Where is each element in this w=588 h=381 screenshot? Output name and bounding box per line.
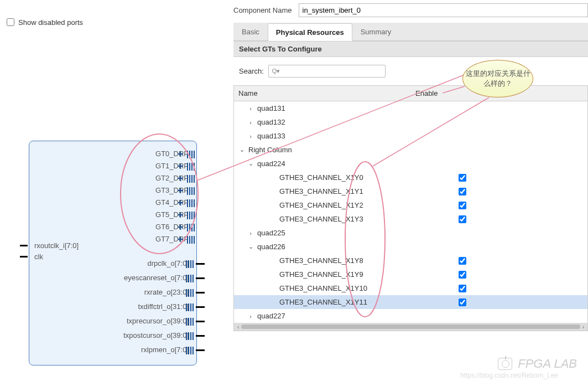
component-name-label: Component Name [233, 6, 292, 14]
port-eyescanreset_o70: eyescanreset_o[7:0] [124, 274, 189, 282]
diagram-pane: Show disabled ports rxoutclk_i[7:0]clk G… [0, 0, 221, 381]
bus-icon [186, 332, 195, 340]
port-stub [196, 335, 205, 337]
bus-icon [187, 187, 196, 195]
enable-checkbox[interactable] [459, 202, 466, 209]
enable-checkbox[interactable] [459, 257, 466, 265]
expand-icon[interactable]: + [178, 148, 184, 160]
table-row[interactable]: GTHE3_CHANNEL_X1Y3 [234, 212, 587, 226]
panel-title: Select GTs To Configure [233, 41, 588, 57]
show-disabled-ports-label: Show disabled ports [18, 18, 83, 27]
collapse-icon[interactable]: ⌄ [247, 160, 254, 167]
bus-icon [186, 289, 195, 297]
row-label: quad131 [257, 104, 285, 112]
table-row[interactable]: GTHE3_CHANNEL_X1Y10 [234, 281, 587, 295]
enable-checkbox[interactable] [459, 271, 466, 279]
bus-icon [187, 175, 196, 183]
row-label: GTHE3_CHANNEL_X1Y0 [279, 173, 363, 182]
port-txdiffctrl_o310: txdiffctrl_o[31:0] [138, 302, 189, 311]
expand-icon[interactable]: + [178, 197, 184, 209]
expand-icon[interactable]: › [247, 105, 254, 112]
row-label: GTHE3_CHANNEL_X1Y10 [279, 284, 367, 292]
port-GT3_DRP: GT3_DRP [155, 186, 189, 194]
table-row[interactable]: GTHE3_CHANNEL_X1Y2 [234, 198, 587, 212]
row-label: GTHE3_CHANNEL_X1Y8 [279, 256, 363, 265]
bus-icon [187, 199, 196, 207]
watermark-icon [498, 358, 512, 370]
table-row[interactable]: ›quad133 [234, 129, 587, 143]
expand-icon[interactable]: › [247, 230, 254, 236]
expand-icon[interactable]: + [178, 222, 184, 233]
port-stub [196, 292, 205, 294]
search-input[interactable] [282, 66, 382, 76]
table-row[interactable]: ›quad132 [234, 115, 587, 129]
table-row[interactable]: GTHE3_CHANNEL_X1Y1 [234, 184, 587, 198]
table-row[interactable]: ›quad227 [234, 309, 587, 323]
table-row[interactable]: GTHE3_CHANNEL_X1Y8 [234, 254, 587, 267]
port-GT6_DRP: GT6_DRP [155, 223, 189, 231]
port-stub [196, 349, 205, 351]
watermark: FPGA LAB [498, 357, 577, 371]
enable-checkbox[interactable] [459, 285, 466, 292]
expand-icon[interactable]: › [247, 133, 254, 140]
port-txpostcursor_o390: txpostcursor_o[39:0] [123, 331, 189, 339]
tab-basic[interactable]: Basic [233, 23, 268, 40]
url-watermark: https://blog.csdn.net/Reborn_Lee [460, 372, 558, 379]
expand-icon[interactable]: + [178, 161, 184, 172]
bus-icon [187, 236, 196, 244]
tabs: Basic Physical Resources Summary [233, 23, 588, 41]
row-label: quad224 [257, 159, 285, 168]
bus-icon [186, 275, 195, 282]
config-pane: Component Name Basic Physical Resources … [233, 0, 588, 381]
enable-checkbox[interactable] [459, 298, 466, 306]
enable-checkbox[interactable] [459, 188, 466, 195]
bus-icon [186, 347, 195, 354]
col-name[interactable]: Name [234, 86, 411, 101]
bus-icon [187, 224, 196, 231]
show-disabled-ports-checkbox[interactable] [7, 18, 14, 26]
expand-icon[interactable]: + [178, 209, 184, 221]
port-GT5_DRP: GT5_DRP [155, 210, 189, 219]
port-drpclk_o70: drpclk_o[7:0] [148, 259, 189, 267]
expand-icon[interactable]: + [178, 173, 184, 184]
port-clk: clk [34, 253, 43, 261]
row-label: GTHE3_CHANNEL_X1Y1 [279, 187, 363, 195]
port-rxoutclk_i70: rxoutclk_i[7:0] [34, 241, 79, 250]
expand-icon[interactable]: › [247, 313, 254, 320]
row-label: quad225 [257, 229, 285, 237]
table-row[interactable]: GTHE3_CHANNEL_X1Y9 [234, 267, 587, 281]
enable-checkbox[interactable] [459, 174, 466, 182]
row-label: quad132 [257, 118, 285, 126]
col-enable[interactable]: Enable [411, 86, 442, 101]
table-row[interactable]: ⌄quad226 [234, 240, 587, 254]
table-row[interactable]: GTHE3_CHANNEL_X1Y0 [234, 171, 587, 184]
expand-icon[interactable]: › [247, 119, 254, 126]
row-label: GTHE3_CHANNEL_X1Y3 [279, 215, 363, 223]
table-row[interactable]: ⌄Right Column [234, 143, 587, 157]
collapse-icon[interactable]: ⌄ [238, 146, 245, 153]
row-label: Right Column [248, 146, 292, 154]
enable-checkbox[interactable] [459, 215, 466, 223]
port-txprecursor_o390: txprecursor_o[39:0] [127, 317, 189, 325]
port-stub [196, 306, 205, 308]
port-rxrate_o230: rxrate_o[23:0] [144, 288, 189, 296]
expand-icon[interactable]: + [178, 185, 184, 197]
expand-icon[interactable]: + [178, 234, 184, 245]
table-row[interactable]: ›quad225 [234, 226, 587, 240]
port-GT7_DRP: GT7_DRP [155, 235, 189, 243]
tab-physical-resources[interactable]: Physical Resources [268, 23, 352, 41]
tab-summary[interactable]: Summary [352, 23, 400, 40]
table-row[interactable]: GTHE3_CHANNEL_X1Y11 [234, 295, 587, 309]
port-stub [196, 277, 205, 279]
bus-icon [186, 260, 195, 268]
port-GT2_DRP: GT2_DRP [155, 174, 189, 182]
gt-table: Name Enable ›quad131›quad132›quad133⌄Rig… [233, 85, 588, 331]
table-row[interactable]: ⌄quad224 [234, 157, 587, 171]
component-name-input[interactable] [299, 3, 589, 17]
table-row[interactable]: ›quad131 [234, 101, 587, 115]
gt-body[interactable]: ›quad131›quad132›quad133⌄Right Column⌄qu… [234, 101, 587, 323]
hscrollbar[interactable]: ‹ › [234, 323, 587, 331]
annotation-bubble: 这里的对应关系是什么样的？ [462, 60, 533, 97]
collapse-icon[interactable]: ⌄ [247, 243, 254, 250]
port-stub [196, 263, 205, 265]
